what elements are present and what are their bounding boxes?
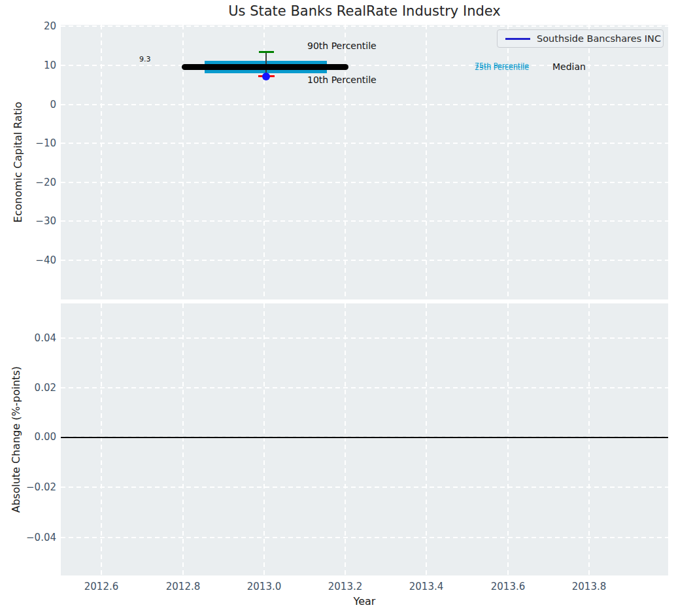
gridline <box>61 260 668 261</box>
gridline <box>61 220 668 222</box>
y-tick-label: 0.02 <box>35 382 56 394</box>
y-tick-label: 0 <box>50 99 56 111</box>
gridline <box>588 25 590 299</box>
gridline <box>101 303 102 575</box>
x-tick-label: 2012.8 <box>157 581 209 592</box>
gridline <box>61 182 668 183</box>
legend-line-swatch <box>505 38 530 40</box>
gridline <box>101 25 102 299</box>
x-tick-label: 2013.0 <box>238 581 290 592</box>
y-tick-label: 0.00 <box>35 431 56 443</box>
gridline <box>182 303 184 575</box>
p90-annotation: 90th Percentile <box>307 41 377 51</box>
legend-label: Southside Bancshares INC <box>537 33 661 44</box>
y-tick-label: 0.04 <box>35 332 56 344</box>
gridline <box>61 104 668 105</box>
y-tick-label: −30 <box>35 215 56 227</box>
bottom-axes <box>61 303 668 575</box>
x-tick-label: 2013.4 <box>400 581 452 592</box>
median-annotation: Median <box>552 61 586 72</box>
gridline <box>426 303 427 575</box>
figure: Us State Banks RealRate Industry Index 9… <box>0 0 676 616</box>
gridline <box>426 25 427 299</box>
p10-annotation: 10th Percentile <box>307 75 377 85</box>
top-y-axis-label: Economic Capital Ratio <box>12 102 24 223</box>
gridline <box>61 537 668 538</box>
y-tick-label: −10 <box>35 137 56 149</box>
zero-line <box>61 437 668 438</box>
median-value-annotation: 9.3 <box>139 55 151 63</box>
gridline <box>61 143 668 144</box>
legend: Southside Bancshares INC <box>497 29 664 48</box>
x-tick-label: 2013.8 <box>563 581 615 592</box>
gridline <box>507 303 509 575</box>
top-axes: 9.3 90th Percentile 10th Percentile 75th… <box>61 25 668 299</box>
y-tick-label: 10 <box>44 60 56 71</box>
gridline <box>588 303 590 575</box>
gridline <box>345 303 346 575</box>
y-tick-label: −20 <box>35 177 56 188</box>
chart-title: Us State Banks RealRate Industry Index <box>61 3 668 19</box>
gridline <box>61 337 668 339</box>
median-line <box>182 64 348 70</box>
p25-annotation: 25th Percentile <box>475 63 529 72</box>
y-tick-label: −0.04 <box>26 532 56 543</box>
p90-cap <box>259 51 274 53</box>
y-tick-label: 20 <box>44 20 56 32</box>
gridline <box>263 303 265 575</box>
x-tick-label: 2013.6 <box>482 581 534 592</box>
gridline <box>61 487 668 488</box>
gridline <box>61 387 668 388</box>
y-tick-label: −0.02 <box>26 481 56 493</box>
company-marker <box>262 73 270 80</box>
bottom-y-axis-label: Absolute Change (%-points) <box>10 366 22 513</box>
y-tick-label: −40 <box>35 254 56 266</box>
x-axis-label: Year <box>61 595 668 607</box>
x-tick-label: 2013.2 <box>319 581 371 592</box>
x-tick-label: 2012.6 <box>75 581 127 592</box>
gridline <box>61 26 668 27</box>
